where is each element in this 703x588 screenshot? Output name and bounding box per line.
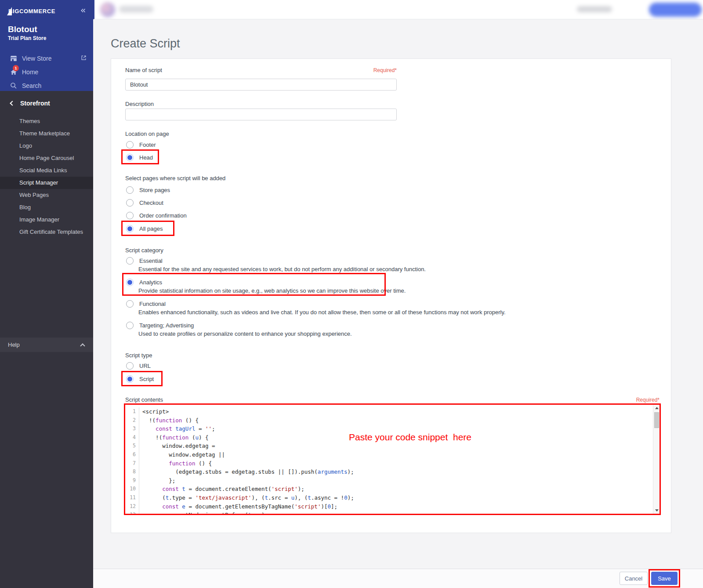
sidebar-item-image-manager[interactable]: Image Manager xyxy=(0,214,93,226)
radio-circle-selected[interactable] xyxy=(126,154,134,161)
sidebar-item-logo[interactable]: Logo xyxy=(0,140,93,152)
editor-scrollbar[interactable] xyxy=(653,405,660,514)
description-input[interactable] xyxy=(125,109,397,120)
save-button[interactable]: Save xyxy=(651,572,678,585)
code-line: 10 const t = document.createElement('scr… xyxy=(125,485,660,494)
content-area: Create Script Name of script Required* D… xyxy=(93,19,703,569)
main-area: Create Script Name of script Required* D… xyxy=(93,0,703,588)
footer-action-bar: Cancel Save xyxy=(93,569,703,588)
radio-label: Footer xyxy=(139,142,156,148)
store-plan: Trial Plan Store xyxy=(8,35,46,41)
radio-circle[interactable] xyxy=(126,212,134,219)
sidebar-item-script-manager[interactable]: Script Manager xyxy=(0,177,93,189)
code-line: 2 !(function () { xyxy=(125,416,660,425)
external-link-icon[interactable] xyxy=(80,54,87,62)
radio-footer[interactable]: Footer xyxy=(126,141,156,149)
sidebar-item-web-pages[interactable]: Web Pages xyxy=(0,189,93,201)
sidebar-top-section: BIGCOMMERCE Blotout Trial Plan Store Vie… xyxy=(0,0,93,91)
radio-circle-selected[interactable] xyxy=(126,225,134,232)
name-label: Name of script xyxy=(125,67,162,73)
radio-label: Checkout xyxy=(139,200,163,206)
radio-circle[interactable] xyxy=(126,362,134,370)
sidebar-item-theme-marketplace[interactable]: Theme Marketplace xyxy=(0,127,93,140)
chevron-left-icon xyxy=(10,101,14,105)
scrollbar-thumb[interactable] xyxy=(654,412,659,428)
radio-head[interactable]: Head xyxy=(126,153,153,161)
sidebar-item-blog[interactable]: Blog xyxy=(0,201,93,214)
type-label: Script type xyxy=(125,352,152,359)
sidebar-item-view-store[interactable]: View Store xyxy=(0,52,93,65)
radio-checkout[interactable]: Checkout xyxy=(126,199,163,207)
code-line: 12 const e = document.getElementsByTagNa… xyxy=(125,502,660,511)
radio-circle[interactable] xyxy=(126,257,134,265)
contents-label-row: Script contents Required* xyxy=(125,396,660,403)
radio-circle[interactable] xyxy=(126,322,134,329)
help-label: Help xyxy=(8,341,20,348)
sidebar-item-home-page-carousel[interactable]: Home Page Carousel xyxy=(0,152,93,164)
radio-circle[interactable] xyxy=(126,300,134,308)
radio-essential[interactable]: Essential xyxy=(126,257,163,265)
radio-label: Head xyxy=(139,154,153,161)
storefront-section-header[interactable]: Storefront xyxy=(0,97,93,110)
notification-badge: 1 xyxy=(13,65,19,71)
radio-label: Functional xyxy=(139,301,166,307)
sidebar: BIGCOMMERCE Blotout Trial Plan Store Vie… xyxy=(0,0,93,588)
cancel-button[interactable]: Cancel xyxy=(620,572,648,585)
sidebar-item-search[interactable]: Search xyxy=(0,79,93,92)
blurred-avatar xyxy=(100,2,115,17)
name-input[interactable] xyxy=(125,79,397,91)
radio-script[interactable]: Script xyxy=(126,375,154,383)
top-bar xyxy=(93,0,703,19)
radio-label: Store pages xyxy=(139,187,170,193)
storefront-menu: Themes Theme Marketplace Logo Home Page … xyxy=(0,115,93,238)
required-badge: Required* xyxy=(636,397,660,403)
sidebar-item-label: Search xyxy=(22,82,41,89)
contents-label: Script contents xyxy=(125,396,163,403)
radio-url[interactable]: URL xyxy=(126,362,151,370)
radio-circle[interactable] xyxy=(126,186,134,194)
radio-circle-selected[interactable] xyxy=(126,375,134,383)
category-label: Script category xyxy=(125,247,163,254)
radio-order-confirmation[interactable]: Order confirmation xyxy=(126,211,187,219)
sidebar-item-gift-certificate-templates[interactable]: Gift Certificate Templates xyxy=(0,226,93,238)
sidebar-item-themes[interactable]: Themes xyxy=(0,115,93,127)
help-bar[interactable]: Help xyxy=(0,338,93,352)
blurred-text xyxy=(577,6,612,12)
category-description: Essential for the site and any requested… xyxy=(138,266,426,272)
radio-circle[interactable] xyxy=(126,199,134,207)
code-line: 7 function () { xyxy=(125,459,660,468)
category-description: Used to create profiles or personalize c… xyxy=(138,330,352,337)
radio-label: Script xyxy=(139,376,154,382)
code-line: 5 window.edgetag = xyxy=(125,442,660,450)
script-contents-editor[interactable]: 1<script>2 !(function () {3 const tagUrl… xyxy=(125,405,660,514)
required-badge: Required* xyxy=(373,67,397,73)
code-line: 6 window.edgetag || xyxy=(125,450,660,459)
sidebar-item-social-media-links[interactable]: Social Media Links xyxy=(0,164,93,177)
blurred-text xyxy=(119,6,153,13)
radio-label: Targeting; Advertising xyxy=(139,322,194,329)
radio-label: Analytics xyxy=(139,279,162,286)
radio-circle-selected[interactable] xyxy=(126,279,134,286)
sidebar-item-home[interactable]: 1 Home xyxy=(0,65,93,79)
section-title: Storefront xyxy=(20,100,50,107)
radio-all-pages[interactable]: All pages xyxy=(126,225,163,232)
radio-store-pages[interactable]: Store pages xyxy=(126,186,170,194)
collapse-sidebar-icon[interactable] xyxy=(79,7,87,16)
radio-targeting-advertising[interactable]: Targeting; Advertising xyxy=(126,321,194,329)
category-description: Provide statistical information on site … xyxy=(138,287,406,294)
bigcommerce-logo-text: BIGCOMMERCE xyxy=(8,8,55,15)
blurred-primary-button[interactable] xyxy=(649,3,702,17)
store-icon xyxy=(10,54,18,62)
sidebar-item-label: Home xyxy=(22,69,38,76)
radio-functional[interactable]: Functional xyxy=(126,300,166,308)
radio-label: Order confirmation xyxy=(139,212,187,219)
store-name: Blotout xyxy=(8,25,37,34)
annotation-text: Paste your code snippet here xyxy=(349,432,471,443)
radio-circle[interactable] xyxy=(126,141,134,149)
scroll-down-arrow[interactable] xyxy=(653,508,660,514)
scroll-up-arrow[interactable] xyxy=(653,405,660,411)
radio-label: Essential xyxy=(139,258,163,264)
search-icon xyxy=(10,82,18,90)
create-script-form-card: Name of script Required* Description Loc… xyxy=(111,58,671,533)
radio-analytics[interactable]: Analytics xyxy=(126,278,162,286)
